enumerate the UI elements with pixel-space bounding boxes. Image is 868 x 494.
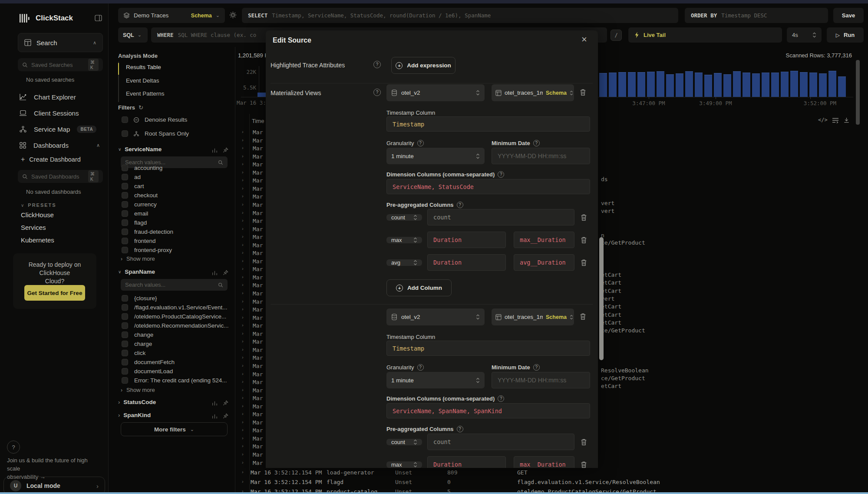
minimum-date-input[interactable] bbox=[492, 372, 590, 388]
expand-row-icon[interactable]: › bbox=[242, 161, 244, 166]
expand-row-icon[interactable]: › bbox=[242, 129, 244, 134]
table-row[interactable]: ›Mar bbox=[0, 274, 266, 282]
table-select[interactable]: otel_traces_1m Schema bbox=[492, 308, 574, 325]
aggregation-select[interactable]: avg bbox=[386, 259, 422, 266]
search-nav-button[interactable]: Search ∧ bbox=[18, 33, 103, 52]
alias-input[interactable]: avg__Duration bbox=[514, 254, 574, 271]
expand-row-icon[interactable]: › bbox=[242, 266, 244, 271]
table-row[interactable]: ›Mar bbox=[0, 435, 266, 443]
expand-row-icon[interactable]: › bbox=[242, 242, 244, 247]
expand-row-icon[interactable]: › bbox=[242, 315, 244, 320]
saved-searches-field[interactable] bbox=[31, 62, 85, 68]
table-row[interactable]: ›Mar bbox=[0, 459, 266, 467]
help-icon[interactable]: ? bbox=[373, 61, 381, 68]
delete-column-icon[interactable] bbox=[581, 259, 587, 266]
delete-view-icon[interactable] bbox=[580, 89, 586, 96]
expand-row-icon[interactable]: › bbox=[242, 479, 244, 484]
orderby-input[interactable]: ORDER BY Timestamp DESC bbox=[685, 8, 828, 23]
table-row[interactable]: ›Mar bbox=[0, 209, 266, 218]
expand-row-icon[interactable]: › bbox=[242, 427, 244, 432]
table-row[interactable]: ›Mar bbox=[0, 338, 266, 346]
table-row[interactable]: ›Mar bbox=[0, 153, 266, 161]
timestamp-column-input[interactable]: Timestamp bbox=[386, 116, 590, 132]
table-row[interactable]: ›Mar bbox=[0, 354, 266, 362]
expand-row-icon[interactable]: › bbox=[242, 290, 244, 295]
table-row[interactable]: ›Mar bbox=[0, 403, 266, 411]
table-row[interactable]: ›Mar bbox=[0, 145, 266, 153]
expand-row-icon[interactable]: › bbox=[242, 355, 244, 360]
database-select[interactable]: otel_v2 bbox=[386, 308, 485, 325]
expand-row-icon[interactable]: › bbox=[242, 145, 244, 150]
expand-row-icon[interactable]: › bbox=[242, 347, 244, 352]
gear-icon[interactable] bbox=[229, 11, 237, 19]
expand-row-icon[interactable]: › bbox=[242, 210, 244, 215]
aggregation-select[interactable]: count bbox=[386, 214, 422, 221]
denoise-checkbox[interactable] bbox=[122, 116, 128, 123]
expand-row-icon[interactable]: › bbox=[242, 153, 244, 159]
table-row[interactable]: ›Mar bbox=[0, 362, 266, 371]
table-row[interactable]: ›Mar bbox=[0, 258, 266, 266]
save-button[interactable]: Save bbox=[833, 8, 864, 23]
table-row[interactable]: ›Mar bbox=[0, 161, 266, 169]
language-select[interactable]: SQL ⌄ bbox=[118, 27, 148, 43]
expand-row-icon[interactable]: › bbox=[242, 322, 244, 328]
table-row[interactable]: ›Mar bbox=[0, 137, 266, 145]
table-row[interactable]: ›Mar bbox=[0, 306, 266, 314]
saved-searches-input[interactable]: ⌘ K bbox=[18, 58, 103, 71]
table-row[interactable]: ›Mar bbox=[0, 322, 266, 330]
expand-row-icon[interactable]: › bbox=[242, 193, 244, 199]
expand-row-icon[interactable]: › bbox=[242, 443, 244, 448]
help-icon[interactable]: ? bbox=[533, 364, 540, 371]
expand-row-icon[interactable]: › bbox=[242, 331, 244, 336]
help-icon[interactable]: ? bbox=[373, 89, 381, 96]
table-select[interactable]: otel_traces_1m Schema bbox=[492, 84, 574, 101]
expand-row-icon[interactable]: › bbox=[242, 403, 244, 408]
expand-row-icon[interactable]: › bbox=[242, 250, 244, 255]
minimum-date-input[interactable] bbox=[492, 148, 590, 164]
table-row[interactable]: ›Mar bbox=[0, 451, 266, 459]
expand-row-icon[interactable]: › bbox=[242, 306, 244, 312]
expand-row-icon[interactable]: › bbox=[242, 218, 244, 223]
help-icon[interactable]: ? bbox=[457, 202, 463, 208]
table-row[interactable]: ›Mar bbox=[0, 290, 266, 298]
table-row[interactable]: ›Mar bbox=[0, 265, 266, 274]
expand-row-icon[interactable]: › bbox=[242, 460, 244, 465]
help-icon[interactable]: ? bbox=[533, 140, 540, 146]
minimum-date-field[interactable] bbox=[498, 377, 584, 384]
table-row[interactable]: ›Mar 16 3:52:12.154 PMflagdUnset0flagd.e… bbox=[0, 478, 868, 487]
alias-input[interactable]: max__Duration bbox=[514, 456, 574, 468]
timestamp-column-input[interactable]: Timestamp bbox=[386, 341, 590, 356]
table-row[interactable]: ›Mar bbox=[0, 314, 266, 322]
table-row[interactable]: ›Mar bbox=[0, 378, 266, 387]
table-row[interactable]: ›Mar bbox=[0, 395, 266, 403]
table-row[interactable]: ›Mar bbox=[0, 177, 266, 185]
timestamp-column-header[interactable]: Time bbox=[252, 118, 264, 124]
table-row[interactable]: ›Mar bbox=[0, 185, 266, 193]
expand-row-icon[interactable]: › bbox=[242, 234, 244, 239]
table-row[interactable]: ›Mar bbox=[0, 427, 266, 435]
refresh-icon[interactable]: ↻ bbox=[139, 104, 143, 111]
table-row[interactable]: ›Mar bbox=[0, 282, 266, 290]
sql-preview-icon[interactable]: </> bbox=[818, 117, 828, 123]
help-icon[interactable]: ? bbox=[457, 426, 463, 432]
minimum-date-field[interactable] bbox=[498, 153, 584, 159]
table-row[interactable]: ›Mar bbox=[0, 249, 266, 258]
delete-view-icon[interactable] bbox=[580, 313, 586, 320]
table-row[interactable]: ›Mar bbox=[0, 169, 266, 177]
table-row[interactable]: ›Mar bbox=[0, 387, 266, 395]
table-row[interactable]: ›Mar bbox=[0, 419, 266, 427]
delete-column-icon[interactable] bbox=[581, 214, 587, 221]
page-scrollbar[interactable] bbox=[856, 60, 860, 125]
expand-row-icon[interactable]: › bbox=[242, 177, 244, 182]
expand-row-icon[interactable]: › bbox=[242, 338, 244, 344]
expand-row-icon[interactable]: › bbox=[242, 274, 244, 279]
table-row[interactable]: ›Mar bbox=[0, 298, 266, 306]
interval-select[interactable]: 4s bbox=[787, 27, 822, 43]
download-icon[interactable] bbox=[843, 117, 850, 123]
delete-column-icon[interactable] bbox=[581, 438, 587, 446]
collapse-sidebar-icon[interactable] bbox=[95, 15, 102, 21]
select-clause-input[interactable]: SELECT Timestamp, ServiceName, StatusCod… bbox=[242, 8, 678, 23]
table-row[interactable]: ›Mar bbox=[0, 225, 266, 234]
help-icon[interactable]: ? bbox=[417, 364, 424, 371]
live-tail-button[interactable]: Live Tail bbox=[628, 27, 782, 43]
